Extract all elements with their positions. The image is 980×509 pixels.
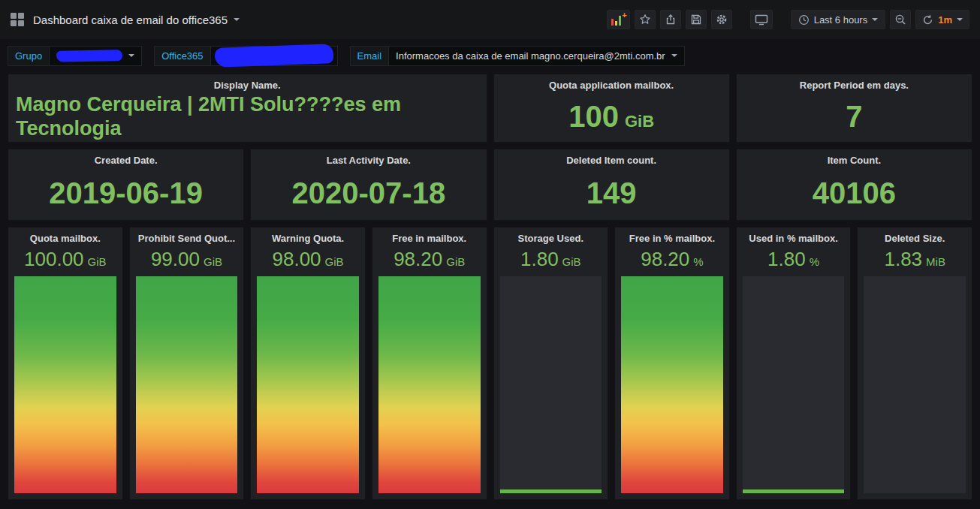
gauge-value: 99.00 GiB (130, 244, 244, 269)
panel-free-percent-mailbox: Free in % mailbox. 98.20 % (614, 227, 730, 500)
variable-email: Email Informacoes da caixa de email magn… (350, 46, 685, 66)
panel-free-in-mailbox: Free in mailbox. 98.20 GiB (372, 227, 487, 500)
gauge-value: 1.80 GiB (494, 244, 608, 269)
caret-down-icon (128, 54, 134, 57)
gauge-unit: GiB (204, 255, 222, 268)
panel-warning-quota: Warning Quota. 98.00 GiB (250, 227, 366, 500)
panel-title[interactable]: Quota application mailbox. (494, 74, 729, 91)
panel-prohibit-send-quota: Prohibit Send Quot... 99.00 GiB (129, 227, 245, 500)
stat-unit: GiB (625, 112, 654, 131)
caret-down-icon (234, 18, 240, 21)
bar-gauge (864, 276, 966, 493)
navbar: Dashboard caixa de email do office365 + (0, 0, 980, 39)
stat-value: 2019-06-19 (49, 178, 203, 208)
refresh-button[interactable]: 1m (915, 10, 969, 29)
grafana-logo-icon[interactable] (11, 13, 24, 26)
panel-quota-application-mailbox: Quota application mailbox. 100 GiB (493, 74, 730, 143)
settings-button[interactable] (711, 10, 732, 29)
panel-title[interactable]: Used in % mailbox. (737, 227, 851, 244)
bar-gauge (136, 276, 238, 493)
bar-gauge-fill (743, 489, 845, 493)
cycle-view-button[interactable] (750, 10, 773, 29)
gauge-value: 100.00 GiB (8, 244, 122, 269)
zoom-out-button[interactable] (890, 10, 911, 29)
stat-value-container: Magno Cerqueira | 2MTI Solu????es em Tec… (8, 91, 487, 142)
stat-value: 40106 (813, 178, 896, 208)
panel-deleted-size: Deleted Size. 1.83 MiB (857, 227, 972, 500)
bar-gauge-fill (136, 276, 238, 493)
time-range-label: Last 6 hours (814, 14, 868, 26)
gauge-number: 98.20 (641, 249, 689, 269)
bar-gauge-fill (621, 276, 723, 493)
panel-deleted-item-count: Deleted Item count. 149 (493, 149, 730, 221)
panel-title[interactable]: Free in % mailbox. (615, 227, 729, 244)
gauge-value: 98.00 GiB (251, 244, 365, 269)
caret-down-icon (872, 18, 878, 21)
panel-last-activity-date: Last Activity Date. 2020-07-18 (250, 149, 487, 221)
stat-value-container: 2019-06-19 (8, 166, 243, 220)
panel-title[interactable]: Deleted Item count. (494, 149, 729, 166)
grupo-dropdown[interactable] (49, 46, 142, 66)
gauge-number: 100.00 (24, 249, 84, 269)
gauge-unit: GiB (325, 255, 344, 268)
office365-label: Office365 (154, 46, 210, 66)
gauge-value: 1.83 MiB (858, 244, 972, 269)
bar-gauge-fill (257, 276, 359, 493)
panel-storage-used: Storage Used. 1.80 GiB (493, 227, 609, 500)
panel-item-count: Item Count. 40106 (736, 149, 972, 221)
panel-title[interactable]: Quota mailbox. (8, 227, 122, 244)
gauge-number: 1.80 (767, 249, 806, 269)
panel-title[interactable]: Deleted Size. (858, 227, 972, 244)
bar-gauge-fill (14, 276, 116, 493)
caret-down-icon (957, 18, 963, 21)
bar-gauge (621, 276, 723, 493)
star-button[interactable] (635, 10, 656, 29)
share-button[interactable] (660, 10, 681, 29)
bar-gauge-fill (500, 489, 602, 493)
save-icon (690, 14, 702, 26)
panel-title[interactable]: Last Activity Date. (251, 149, 486, 166)
stat-value: 7 (846, 101, 862, 131)
share-icon (665, 14, 677, 26)
panel-title[interactable]: Free in mailbox. (372, 227, 487, 244)
gauge-number: 1.80 (520, 249, 559, 269)
stat-value-container: 7 (737, 91, 972, 142)
bar-gauge-fill (378, 276, 481, 493)
stat-value: 149 (586, 178, 637, 208)
refresh-interval-label: 1m (938, 14, 952, 26)
bar-gauge (743, 276, 845, 493)
panel-title[interactable]: Report Period em days. (737, 74, 972, 91)
email-dropdown[interactable]: Informacoes da caixa de email magno.cerq… (388, 46, 685, 66)
stat-value-container: 100 GiB (494, 91, 729, 142)
panel-title[interactable]: Prohibit Send Quot... (130, 227, 244, 244)
variables-row: Grupo Office365 Email Informacoes da cai… (0, 39, 980, 72)
grupo-label: Grupo (8, 46, 49, 66)
time-range-button[interactable]: Last 6 hours (791, 10, 886, 29)
panel-title[interactable]: Display Name. (8, 74, 487, 91)
panel-title[interactable]: Created Date. (8, 149, 243, 166)
panel-title[interactable]: Warning Quota. (251, 227, 365, 244)
panel-title[interactable]: Storage Used. (494, 227, 608, 244)
bar-gauge (14, 276, 116, 493)
bar-chart-add-icon: + (611, 14, 626, 26)
stat-value-container: 40106 (737, 166, 972, 220)
email-dropdown-value: Informacoes da caixa de email magno.cerq… (396, 50, 665, 62)
panel-display-name: Display Name. Magno Cerqueira | 2MTI Sol… (8, 74, 487, 143)
save-button[interactable] (686, 10, 707, 29)
gauge-unit: MiB (926, 255, 945, 268)
navbar-left: Dashboard caixa de email do office365 (11, 13, 240, 26)
office365-dropdown[interactable] (210, 46, 338, 66)
stat-value: 2020-07-18 (292, 178, 446, 208)
gauge-number: 98.20 (394, 249, 442, 269)
panel-report-period: Report Period em days. 7 (736, 74, 972, 143)
panel-used-percent-mailbox: Used in % mailbox. 1.80 % (736, 227, 852, 500)
add-panel-button[interactable]: + (607, 10, 630, 29)
gauge-value: 1.80 % (737, 244, 851, 269)
panel-title[interactable]: Item Count. (737, 149, 972, 166)
dashboard-title-button[interactable]: Dashboard caixa de email do office365 (33, 14, 240, 26)
gauge-value: 98.20 GiB (372, 244, 487, 269)
panel-quota-mailbox: Quota mailbox. 100.00 GiB (8, 227, 123, 500)
stat-value-container: 149 (494, 166, 729, 220)
display-name-value: Magno Cerqueira | 2MTI Solu????es em Tec… (16, 92, 479, 141)
gauge-value: 98.20 % (615, 244, 729, 269)
